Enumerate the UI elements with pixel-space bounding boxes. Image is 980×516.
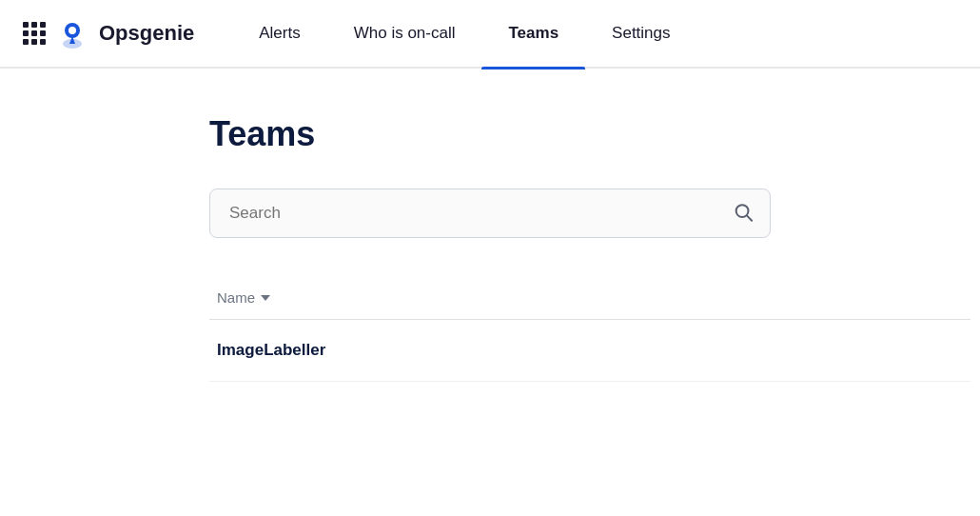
table-area: Name ImageLabeller xyxy=(209,276,970,382)
brand-name: Opsgenie xyxy=(99,21,194,46)
search-input[interactable] xyxy=(209,189,771,238)
nav-item-settings[interactable]: Settings xyxy=(585,0,696,68)
page-title: Teams xyxy=(209,114,980,154)
column-name-label: Name xyxy=(217,289,255,306)
nav-item-alerts[interactable]: Alerts xyxy=(232,0,326,68)
nav-item-teams[interactable]: Teams xyxy=(481,0,585,68)
svg-line-5 xyxy=(747,216,752,221)
nav-item-who-is-on-call[interactable]: Who is on-call xyxy=(327,0,482,68)
column-name-header[interactable]: Name xyxy=(209,286,278,309)
search-icon xyxy=(733,202,754,223)
team-name: ImageLabeller xyxy=(217,341,325,360)
main-content: Teams Name ImageLabeller xyxy=(0,69,980,382)
chevron-down-icon xyxy=(261,295,270,301)
svg-point-2 xyxy=(69,27,76,34)
search-button[interactable] xyxy=(729,198,757,229)
table-header: Name xyxy=(209,276,970,320)
grid-icon[interactable] xyxy=(23,22,46,45)
search-container xyxy=(209,189,771,238)
nav-links: Alerts Who is on-call Teams Settings xyxy=(232,0,957,67)
navbar: Opsgenie Alerts Who is on-call Teams Set… xyxy=(0,0,980,69)
table-row[interactable]: ImageLabeller xyxy=(209,320,970,382)
nav-left: Opsgenie xyxy=(23,18,232,49)
opsgenie-logo-icon xyxy=(57,18,88,49)
